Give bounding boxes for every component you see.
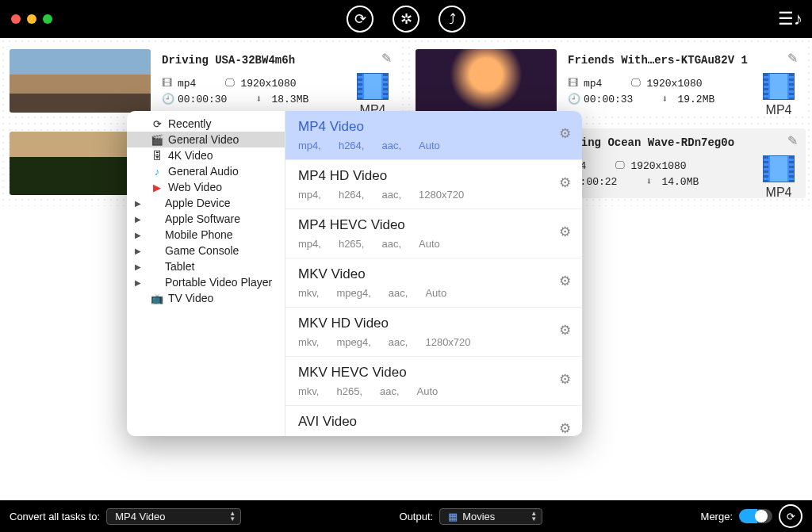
bottom-bar: Convert all tasks to: MP4 Video ▲▼ Outpu… xyxy=(0,500,812,532)
format-detail: mp4,h264,aac,Auto xyxy=(298,140,569,151)
top-center-icons: ⟳ ✲ ⤴ xyxy=(347,6,465,33)
format-row[interactable]: MP4 HD Videomp4,h264,aac,1280x720⚙ xyxy=(285,160,582,209)
clock-icon: 🕘 xyxy=(568,93,580,105)
download-icon: ⬇ xyxy=(661,93,674,105)
format-icon xyxy=(763,155,795,182)
gear-icon[interactable]: ⚙ xyxy=(559,371,571,388)
minimize-window[interactable] xyxy=(27,14,36,24)
format-icon xyxy=(763,73,795,100)
ext: mp4 xyxy=(178,78,196,90)
gear-icon[interactable]: ⚙ xyxy=(559,224,571,240)
sidebar-item-label: Portable Video Player xyxy=(165,276,272,289)
format-detail: mp4,h264,aac,1280x720 xyxy=(298,189,569,201)
sidebar-item[interactable]: ▶Game Console xyxy=(127,243,285,258)
gear-icon[interactable]: ⚙ xyxy=(559,125,571,142)
sidebar-item[interactable]: 🗄4K Video xyxy=(127,147,285,163)
sidebar-item[interactable]: ▶Apple Software xyxy=(127,211,285,227)
sidebar-item[interactable]: 📺TV Video xyxy=(127,290,285,306)
card-title: Friends With…ers-KTGAu82V 1 xyxy=(568,54,802,67)
monitor-icon: 🖵 xyxy=(224,78,237,90)
disclosure-triangle-icon: ▶ xyxy=(135,262,143,271)
sidebar-item-label: TV Video xyxy=(168,292,213,304)
disclosure-triangle-icon: ▶ xyxy=(135,231,143,239)
format-row[interactable]: MP4 Videomp4,h264,aac,Auto⚙ xyxy=(285,111,582,160)
format-icon xyxy=(357,73,389,100)
sidebar-item-label: Apple Device xyxy=(165,197,231,209)
sidebar-item[interactable]: ⟳Recently xyxy=(127,116,285,132)
monitor-icon: 🖵 xyxy=(615,160,627,172)
format-title: MP4 HEVC Video xyxy=(298,217,569,233)
duration: 00:00:30 xyxy=(178,94,227,105)
edit-icon[interactable]: ✎ xyxy=(787,133,798,148)
start-convert-button[interactable]: ⟳ xyxy=(779,504,802,528)
maximize-window[interactable] xyxy=(43,14,52,24)
sidebar-item[interactable]: ▶Apple Device xyxy=(127,195,285,211)
edit-icon[interactable]: ✎ xyxy=(381,51,392,66)
format-row[interactable]: MKV Videomkv,mpeg4,aac,Auto⚙ xyxy=(285,258,582,308)
sidebar-item[interactable]: ▶Tablet xyxy=(127,258,285,274)
gear-icon[interactable]: ⚙ xyxy=(559,420,571,436)
format-detail: mkv,h265,aac,Auto xyxy=(298,385,569,397)
format-title: AVI Video xyxy=(298,414,569,430)
video-thumbnail xyxy=(10,49,151,113)
titlebar: ⟳ ✲ ⤴ ☰♪ xyxy=(0,0,812,38)
traffic-lights xyxy=(11,14,52,24)
format-detail: mkv,mpeg4,aac,1280x720 xyxy=(298,336,569,348)
format-row[interactable]: AVI Videoavi,xvid,mp2,Auto⚙ xyxy=(285,406,582,436)
format-title: MP4 HD Video xyxy=(298,168,569,184)
edit-icon[interactable]: ✎ xyxy=(787,51,798,66)
sidebar-item[interactable]: ▶Portable Video Player xyxy=(127,274,285,290)
format-title: MP4 Video xyxy=(298,119,569,135)
disclosure-triangle-icon: ▶ xyxy=(135,215,143,224)
queue-icon[interactable]: ☰♪ xyxy=(778,9,802,29)
clock-icon: 🕘 xyxy=(162,93,174,105)
format-list[interactable]: MP4 Videomp4,h264,aac,Auto⚙MP4 HD Videom… xyxy=(285,111,582,436)
category-icon: ♪ xyxy=(151,166,163,178)
category-icon: 📺 xyxy=(151,293,163,304)
share-tab-icon[interactable]: ⤴ xyxy=(439,6,465,33)
convert-all-select[interactable]: MP4 Video ▲▼ xyxy=(106,508,241,525)
merge-toggle[interactable] xyxy=(739,509,772,523)
output-format[interactable]: MP4 xyxy=(763,155,795,200)
convert-all-label: Convert all tasks to: xyxy=(10,511,100,522)
format-row[interactable]: MP4 HEVC Videomp4,h265,aac,Auto⚙ xyxy=(285,209,582,258)
sidebar-item-label: Tablet xyxy=(165,260,194,273)
sidebar-item-label: Apple Software xyxy=(165,212,240,225)
category-icon: 🗄 xyxy=(151,150,163,162)
refresh-icon: ⟳ xyxy=(787,511,795,522)
format-title: MKV HEVC Video xyxy=(298,365,569,381)
sidebar-item[interactable]: ▶Web Video xyxy=(127,179,285,195)
sidebar-item[interactable]: ♪General Audio xyxy=(127,163,285,179)
format-title: MKV HD Video xyxy=(298,316,569,331)
output-folder-select[interactable]: ▦ Movies ▲▼ xyxy=(439,508,542,525)
output-format[interactable]: MP4 xyxy=(763,73,795,117)
format-category-sidebar[interactable]: ⟳Recently🎬General Video🗄4K Video♪General… xyxy=(127,111,285,436)
film-icon: 🎞 xyxy=(568,78,580,90)
disclosure-triangle-icon: ▶ xyxy=(135,247,143,255)
merge-label: Merge: xyxy=(701,511,733,522)
format-title: MKV Video xyxy=(298,266,569,282)
gear-icon[interactable]: ⚙ xyxy=(559,174,571,191)
format-row[interactable]: MKV HD Videomkv,mpeg4,aac,1280x720⚙ xyxy=(285,308,582,357)
format-detail: mp4,h265,aac,Auto xyxy=(298,238,569,250)
gear-icon[interactable]: ⚙ xyxy=(559,322,571,339)
format-detail: avi,xvid,mp2,Auto xyxy=(298,434,569,436)
convert-tab-icon[interactable]: ⟳ xyxy=(347,6,373,33)
category-icon: ⟳ xyxy=(151,118,163,130)
video-card[interactable]: Driving USA-32BW4m6h 🎞mp4 🖵1920x1080 🕘00… xyxy=(6,46,400,116)
resolution: 1920x1080 xyxy=(240,78,296,90)
gear-icon[interactable]: ⚙ xyxy=(559,273,571,289)
card-title: rfing Ocean Wave-RDn7eg0o xyxy=(568,136,802,149)
category-icon: 🎬 xyxy=(151,134,163,146)
sidebar-item[interactable]: ▶Mobile Phone xyxy=(127,227,285,243)
sidebar-item-label: Game Console xyxy=(165,244,239,257)
sidebar-item-label: Recently xyxy=(168,117,211,130)
film-icon: 🎞 xyxy=(162,78,174,90)
movies-tab-icon[interactable]: ✲ xyxy=(393,6,419,33)
video-card[interactable]: Friends With…ers-KTGAu82V 1 🎞mp4 🖵1920x1… xyxy=(412,46,806,116)
close-window[interactable] xyxy=(11,14,21,24)
format-popover: ⟳Recently🎬General Video🗄4K Video♪General… xyxy=(127,111,582,436)
sidebar-item[interactable]: 🎬General Video xyxy=(127,132,285,147)
format-row[interactable]: MKV HEVC Videomkv,h265,aac,Auto⚙ xyxy=(285,357,582,406)
sidebar-item-label: Web Video xyxy=(168,181,222,193)
